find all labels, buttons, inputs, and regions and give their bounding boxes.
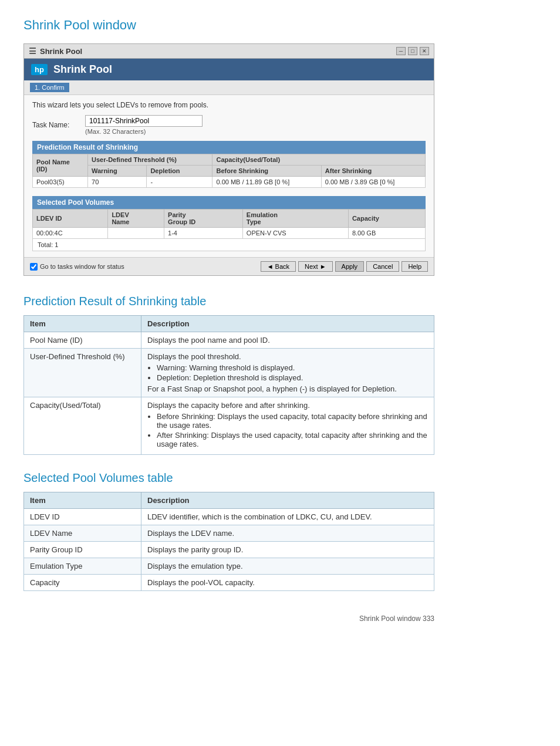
doc-table-row: User-Defined Threshold (%) Displays the … [24, 349, 434, 397]
col-pool-name-id: Pool Name(ID) [33, 154, 88, 177]
step-confirm-button[interactable]: 1. Confirm [30, 83, 69, 92]
vol-doc-desc-capacity: Displays the pool-VOL capacity. [141, 575, 434, 591]
vol-doc-item-capacity: Capacity [24, 575, 141, 591]
threshold-bullet-2: Depletion: Depletion threshold is displa… [157, 373, 428, 382]
pred-warning: 70 [88, 177, 147, 188]
vol-doc-desc-parity: Displays the parity group ID. [141, 542, 434, 558]
vol-doc-desc-ldev-id: LDEV identifier, which is the combinatio… [141, 509, 434, 525]
col-parity-group-id: ParityGroup ID [164, 210, 243, 228]
prediction-table-section-title: Prediction Result of Shrinking table [23, 295, 537, 308]
window-header: hp Shrink Pool [24, 59, 434, 80]
threshold-note: For a Fast Snap or Snapshot pool, a hyph… [147, 384, 397, 393]
shrink-pool-window: ☰ Shrink Pool ─ □ ✕ hp Shrink Pool 1. Co… [23, 43, 434, 276]
window-header-title: Shrink Pool [53, 63, 112, 76]
capacity-bullets: Before Shrinking: Displays the used capa… [147, 412, 428, 448]
footer-right: ◄ Back Next ► Apply Cancel Help [261, 261, 428, 272]
pred-after: 0.00 MB / 3.89 GB [0 %] [321, 177, 425, 188]
task-name-input[interactable] [85, 115, 203, 127]
vol-doc-row: Capacity Displays the pool-VOL capacity. [24, 575, 434, 591]
col-after: After Shrinking [321, 166, 425, 177]
col-threshold-group: User-Defined Threshold (%) [88, 154, 212, 166]
vol-doc-row: LDEV ID LDEV identifier, which is the co… [24, 509, 434, 525]
total-label: Total: [38, 241, 53, 248]
col-ldev-name: LDEVName [108, 210, 164, 228]
capacity-bullet-1: Before Shrinking: Displays the used capa… [157, 412, 428, 430]
selected-volumes-table-row: 00:00:4C 1-4 OPEN-V CVS 8.00 GB [33, 228, 426, 239]
doc-item-pool-name: Pool Name (ID) [24, 332, 141, 349]
prediction-section-header: Prediction Result of Shrinking [32, 141, 426, 154]
prediction-doc-table: Item Description Pool Name (ID) Displays… [23, 315, 434, 455]
col-emulation-type: EmulationType [242, 210, 348, 228]
total-row: Total: 1 [32, 239, 426, 251]
threshold-bullets: Warning: Warning threshold is displayed.… [147, 363, 428, 382]
doc-desc-threshold-text: Displays the pool threshold. [147, 352, 241, 361]
doc-table-row: Capacity(Used/Total) Displays the capaci… [24, 397, 434, 455]
col-before: Before Shrinking [212, 166, 321, 177]
vol-emulation-type: OPEN-V CVS [242, 228, 348, 239]
window-footer: Go to tasks window for status ◄ Back Nex… [24, 257, 434, 275]
go-to-tasks-label: Go to tasks window for status [40, 263, 124, 270]
col-ldev-id: LDEV ID [33, 210, 108, 228]
vol-capacity: 8.00 GB [348, 228, 425, 239]
task-name-input-group: (Max. 32 Characters) [85, 115, 203, 135]
vol-doc-item-header: Item [24, 492, 141, 509]
vol-doc-item-ldev-id: LDEV ID [24, 509, 141, 525]
vol-ldev-name [108, 228, 164, 239]
window-steps: 1. Confirm [24, 80, 434, 95]
maximize-button[interactable]: □ [408, 47, 417, 55]
col-warning: Warning [88, 166, 147, 177]
vol-doc-item-parity: Parity Group ID [24, 542, 141, 558]
doc-desc-pool-name: Displays the pool name and pool ID. [141, 332, 434, 349]
selected-volumes-section-header: Selected Pool Volumes [32, 196, 426, 209]
go-to-tasks-checkbox[interactable] [30, 263, 38, 271]
doc-item-capacity: Capacity(Used/Total) [24, 397, 141, 455]
page-footer: Shrink Pool window 333 [23, 615, 434, 623]
total-value: 1 [55, 241, 58, 248]
prediction-table-row: Pool03(5) 70 - 0.00 MB / 11.89 GB [0 %] … [33, 177, 426, 188]
vol-parity-group-id: 1-4 [164, 228, 243, 239]
vol-doc-desc-ldev-name: Displays the LDEV name. [141, 525, 434, 542]
vol-doc-desc-emulation: Displays the emulation type. [141, 558, 434, 575]
vol-doc-row: Emulation Type Displays the emulation ty… [24, 558, 434, 575]
pred-before: 0.00 MB / 11.89 GB [0 %] [212, 177, 321, 188]
titlebar-title: Shrink Pool [40, 47, 82, 56]
selected-volumes-table: LDEV ID LDEVName ParityGroup ID Emulatio… [32, 209, 426, 239]
task-name-hint: (Max. 32 Characters) [85, 128, 203, 135]
window-controls: ─ □ ✕ [396, 47, 429, 55]
doc-table-item-header: Item [24, 316, 141, 332]
vol-doc-row: Parity Group ID Displays the parity grou… [24, 542, 434, 558]
task-name-label: Task Name: [32, 121, 79, 129]
selected-volumes-doc-table: Item Description LDEV ID LDEV identifier… [23, 492, 434, 591]
close-button[interactable]: ✕ [420, 47, 429, 55]
apply-button[interactable]: Apply [335, 261, 365, 272]
task-name-row: Task Name: (Max. 32 Characters) [32, 115, 426, 135]
prediction-table: Pool Name(ID) User-Defined Threshold (%)… [32, 154, 426, 188]
doc-table-row: Pool Name (ID) Displays the pool name an… [24, 332, 434, 349]
doc-desc-threshold: Displays the pool threshold. Warning: Wa… [141, 349, 434, 397]
capacity-bullet-2: After Shrinking: Displays the used capac… [157, 431, 428, 448]
col-capacity: Capacity [348, 210, 425, 228]
footer-left: Go to tasks window for status [30, 263, 124, 271]
window-icon: ☰ [29, 46, 36, 56]
minimize-button[interactable]: ─ [396, 47, 406, 55]
next-button[interactable]: Next ► [298, 261, 333, 272]
doc-item-threshold: User-Defined Threshold (%) [24, 349, 141, 397]
selected-volumes-table-section-title: Selected Pool Volumes table [23, 471, 537, 485]
vol-doc-description-header: Description [141, 492, 434, 509]
window-titlebar: ☰ Shrink Pool ─ □ ✕ [24, 44, 434, 59]
window-body: This wizard lets you select LDEVs to rem… [24, 95, 434, 257]
pred-pool-name: Pool03(5) [33, 177, 88, 188]
vol-ldev-id: 00:00:4C [33, 228, 108, 239]
col-depletion: Depletion [147, 166, 212, 177]
threshold-bullet-1: Warning: Warning threshold is displayed. [157, 363, 428, 372]
back-button[interactable]: ◄ Back [261, 261, 296, 272]
doc-desc-capacity: Displays the capacity before and after s… [141, 397, 434, 455]
hp-logo: hp [31, 64, 48, 75]
doc-table-description-header: Description [141, 316, 434, 332]
vol-doc-row: LDEV Name Displays the LDEV name. [24, 525, 434, 542]
titlebar-left: ☰ Shrink Pool [29, 46, 82, 56]
pred-depletion: - [147, 177, 212, 188]
cancel-button[interactable]: Cancel [366, 261, 399, 272]
help-button[interactable]: Help [402, 261, 428, 272]
wizard-description: This wizard lets you select LDEVs to rem… [32, 101, 426, 109]
